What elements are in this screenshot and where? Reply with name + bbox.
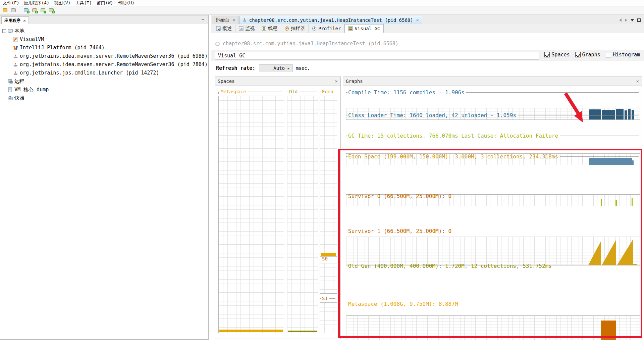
gc-time-label: GC Time: 15 collections, 766.070ms Last … — [348, 133, 558, 139]
tab-profiler[interactable]: Profiler — [309, 24, 344, 33]
tree-item-local[interactable]: − 本地 — [2, 28, 24, 34]
survivor0-space-label: S0 — [322, 256, 328, 261]
close-icon[interactable]: × — [416, 17, 419, 22]
display-checkboxes: Spaces Graphs Histogram — [544, 52, 640, 58]
sampler-icon — [284, 26, 289, 31]
menu-item-tools[interactable]: 工具(T) — [75, 0, 92, 6]
add-jmx-connection-icon[interactable]: + — [32, 7, 38, 13]
spaces-panel: Spaces × Metaspace Old Eden S0 — [215, 77, 341, 339]
graph-row-survivor-0: Survivor 0 (66.500M, 25.000M): 0 — [346, 192, 640, 200]
spaces-panel-header: Spaces × — [215, 77, 340, 86]
tree-item-visualvm[interactable]: VisualVM — [13, 36, 44, 43]
application-title-label: chapter08.src.com.yutian.java1.HeapInsta… — [223, 41, 398, 47]
old-usage-bar — [288, 331, 317, 332]
snapshot-icon — [8, 96, 13, 101]
class-loader-time-series-shape — [632, 160, 633, 165]
tab-applications[interactable]: 应用程序 × — [1, 16, 29, 24]
tab-list-dropdown-icon[interactable] — [631, 19, 634, 21]
tree-item-remote[interactable]: 远程 — [8, 78, 24, 85]
tab-heap-instance-test[interactable]: chapter08.src.com.yutian.java1.HeapInsta… — [239, 16, 422, 24]
add-application-icon[interactable]: + — [23, 7, 30, 13]
spaces-checkbox[interactable]: Spaces — [544, 52, 570, 58]
view-tab-strip: i 概述 监视 线程 抽样器 Profiler Visual GC — [211, 24, 644, 33]
refresh-rate-select[interactable]: Auto — [259, 64, 292, 72]
tree-item-label: VM 核心 dump — [14, 87, 49, 93]
tree-item-label: IntelliJ Platform (pid 7464) — [20, 45, 105, 51]
spaces-panel-title: Spaces — [218, 79, 235, 84]
survivor0-space-chart — [320, 263, 337, 294]
java-app-icon — [13, 70, 18, 76]
scroll-tabs-left-icon[interactable] — [619, 18, 622, 22]
menu-item-help[interactable]: 帮助(H) — [118, 0, 134, 6]
tree-item-intellij[interactable]: IntelliJ Platform (pid 7464) — [13, 44, 105, 51]
applications-panel-header: 应用程序 × − — [0, 15, 208, 24]
menu-item-window[interactable]: 窗口(W) — [97, 0, 113, 6]
threads-icon — [262, 26, 266, 31]
old-gen-graph-label: Old Gen (400.000M, 400.000M): 1.720M, 12… — [348, 263, 552, 269]
tab-profiler-label: Profiler — [318, 26, 341, 31]
tree-item-snapshots[interactable]: 快照 — [8, 95, 24, 101]
tree-item-vm-coredump[interactable]: VM 核心 dump — [8, 86, 49, 93]
applications-tree: − 本地 VisualVM IntelliJ Platform (pid 746… — [0, 25, 208, 339]
tab-monitor[interactable]: 监视 — [235, 24, 258, 33]
eden-space-label: Eden — [322, 89, 333, 94]
graphs-panel: Graphs × Compile Time: 1156 compiles - 1… — [343, 77, 642, 339]
java-app-icon — [243, 18, 247, 22]
compare-snapshots-icon[interactable]: + — [48, 7, 55, 13]
save-icon[interactable] — [10, 7, 17, 13]
menu-item-view[interactable]: 视图(V) — [54, 0, 70, 6]
visualvm-icon — [13, 37, 18, 42]
eden-space-series-shape — [617, 240, 633, 265]
intellij-icon — [13, 45, 18, 50]
add-snapshot-icon[interactable]: + — [40, 7, 46, 13]
histogram-checkbox[interactable]: Histogram — [606, 52, 640, 58]
status-ring-icon — [215, 42, 220, 46]
tree-item-maven-server-6988[interactable]: org.jetbrains.idea.maven.server.RemoteMa… — [13, 53, 208, 59]
class-loader-time-label: Class Loader Time: 1640 loaded, 42 unloa… — [348, 112, 516, 118]
graphs-panel-header: Graphs × — [343, 77, 642, 86]
tree-item-label: 远程 — [14, 78, 24, 85]
refresh-rate-label: Refresh rate: — [216, 65, 255, 71]
graph-row-metaspace: Metaspace (1.008G, 9.750M): 8.887M — [346, 300, 640, 308]
menu-item-file[interactable]: 文件(F) — [3, 0, 19, 6]
metaspace-space-label: Metaspace — [221, 89, 246, 94]
close-icon[interactable]: × — [636, 79, 639, 84]
tab-sampler[interactable]: 抽样器 — [281, 24, 309, 33]
graphs-checkbox[interactable]: Graphs — [575, 52, 600, 58]
eden-space: Eden — [320, 88, 337, 257]
java-app-icon — [13, 62, 18, 67]
metaspace-graph-label: Metaspace (1.008G, 9.750M): 8.887M — [348, 301, 458, 307]
scroll-tabs-right-icon[interactable] — [625, 18, 627, 22]
coredump-icon — [8, 87, 13, 92]
svg-text:i: i — [219, 28, 220, 31]
tree-item-maven-server-7864[interactable]: org.jetbrains.idea.maven.server.RemoteMa… — [13, 61, 208, 68]
tree-item-jps-launcher[interactable]: org.jetbrains.jps.cmdline.Launcher (pid … — [13, 69, 159, 76]
tab-threads[interactable]: 线程 — [258, 24, 281, 33]
close-icon[interactable]: × — [232, 17, 235, 22]
menu-bar: 文件(F) 应用程序(A) 视图(V) 工具(T) 窗口(W) 帮助(H) — [0, 0, 644, 6]
gc-time-series-shape — [601, 199, 602, 206]
close-icon[interactable]: × — [335, 79, 338, 84]
maximize-icon[interactable] — [637, 18, 641, 22]
overview-icon: i — [216, 26, 221, 31]
open-file-icon[interactable] — [2, 7, 8, 13]
graph-row-gc-time: GC Time: 15 collections, 766.070ms Last … — [346, 132, 640, 140]
menu-item-applications[interactable]: 应用程序(A) — [24, 0, 49, 6]
old-space: Old — [287, 88, 318, 333]
close-icon[interactable]: × — [22, 18, 26, 23]
checkbox-checked-icon — [575, 52, 581, 57]
tab-start-page[interactable]: 起始页 × — [212, 16, 238, 24]
minimize-panel-button[interactable]: − — [200, 17, 206, 22]
tab-visual-gc[interactable]: Visual GC — [344, 24, 384, 33]
view-title-field: Visual GC — [215, 52, 539, 60]
survivor1-space: S1 — [320, 294, 337, 333]
applications-panel: 应用程序 × − − 本地 VisualVM IntelliJ Platform… — [0, 15, 209, 340]
survivor1-space-label: S1 — [322, 296, 328, 301]
checkbox-unchecked-icon — [606, 52, 611, 57]
view-title-label: Visual GC — [218, 53, 245, 59]
tab-overview-label: 概述 — [222, 26, 232, 32]
collapse-icon[interactable]: − — [2, 29, 6, 33]
visualvm-window: 文件(F) 应用程序(A) 视图(V) 工具(T) 窗口(W) 帮助(H) + … — [0, 0, 644, 342]
tab-overview[interactable]: i 概述 — [213, 24, 235, 33]
old-space-label: Old — [289, 89, 298, 94]
